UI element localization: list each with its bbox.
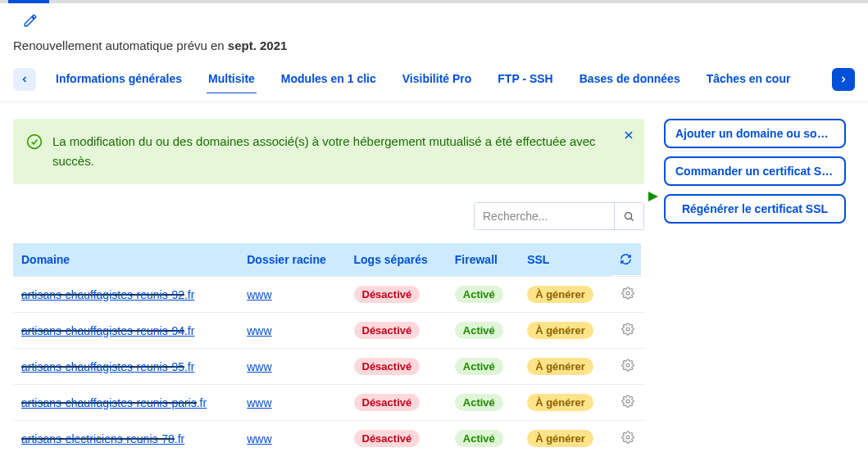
firewall-badge: Activé xyxy=(455,358,503,375)
left-column: La modification du ou des domaines assoc… xyxy=(13,119,644,456)
root-folder-link[interactable]: www xyxy=(247,396,271,409)
svg-point-5 xyxy=(626,292,629,295)
gear-icon[interactable] xyxy=(621,433,634,446)
tab-6[interactable]: Tâches en cour xyxy=(705,66,793,93)
renewal-prefix: Renouvellement automatique prévu en xyxy=(13,38,228,52)
svg-line-4 xyxy=(631,218,634,220)
ssl-badge: À générer xyxy=(527,358,593,375)
table-row: artisans-chauffagistes-reunis-paris.frww… xyxy=(13,385,644,421)
header-firewall[interactable]: Firewall xyxy=(447,243,519,277)
logs-badge: Désactivé xyxy=(354,322,420,339)
svg-point-3 xyxy=(625,212,632,219)
domain-link[interactable]: artisans-chauffagistes-reunis-95.fr xyxy=(21,360,194,373)
content-row: La modification du ou des domaines assoc… xyxy=(0,102,868,456)
renewal-date: sept. 2021 xyxy=(228,38,288,52)
right-column: Ajouter un domaine ou sous … Commander u… xyxy=(664,119,855,224)
root-folder-link[interactable]: www xyxy=(247,288,271,301)
ssl-badge: À générer xyxy=(527,286,593,303)
gear-icon[interactable] xyxy=(621,289,634,302)
logs-badge: Désactivé xyxy=(354,430,420,447)
tab-5[interactable]: Bases de données xyxy=(578,66,682,93)
tabs-list: Informations généralesMultisiteModules e… xyxy=(44,66,824,93)
gear-icon[interactable] xyxy=(621,325,634,338)
header-root[interactable]: Dossier racine xyxy=(239,243,345,277)
tabs-row: Informations généralesMultisiteModules e… xyxy=(0,62,868,102)
close-icon[interactable] xyxy=(623,127,634,147)
search-box xyxy=(474,202,644,230)
root-folder-link[interactable]: www xyxy=(247,432,271,445)
regen-ssl-button[interactable]: Régénérer le certificat SSL xyxy=(664,194,846,224)
add-domain-button[interactable]: Ajouter un domaine ou sous … xyxy=(664,119,846,148)
header-logs[interactable]: Logs séparés xyxy=(346,243,447,277)
tab-3[interactable]: Visibilité Pro xyxy=(401,66,474,93)
tab-0[interactable]: Informations générales xyxy=(54,66,184,93)
domain-link[interactable]: artisans-chauffagistes-reunis-paris.fr xyxy=(21,396,207,409)
gear-icon[interactable] xyxy=(621,361,634,374)
ssl-badge: À générer xyxy=(527,430,593,447)
logs-badge: Désactivé xyxy=(354,286,420,303)
top-accent-bar xyxy=(0,0,868,3)
edit-row xyxy=(0,3,868,34)
table-row: artisans-chauffagistes-reunis-95.frwwwDé… xyxy=(13,349,644,385)
success-alert: La modification du ou des domaines assoc… xyxy=(13,119,644,184)
search-row xyxy=(13,202,644,230)
tab-1[interactable]: Multisite xyxy=(207,66,257,93)
header-refresh[interactable] xyxy=(611,243,641,275)
search-button[interactable] xyxy=(614,203,643,229)
search-input[interactable] xyxy=(475,203,614,229)
logs-badge: Désactivé xyxy=(354,394,420,411)
gear-icon[interactable] xyxy=(621,397,634,410)
svg-point-8 xyxy=(626,400,629,403)
header-ssl[interactable]: SSL xyxy=(519,243,611,277)
domain-link[interactable]: artisans-chauffagistes-reunis-94.fr xyxy=(21,324,194,337)
svg-point-6 xyxy=(626,328,629,331)
domain-link[interactable]: artisans-chauffagistes-reunis-92.fr xyxy=(21,288,194,301)
svg-point-7 xyxy=(626,364,629,367)
firewall-badge: Activé xyxy=(455,394,503,411)
highlight-arrow-icon xyxy=(646,189,661,206)
check-circle-icon xyxy=(26,133,43,156)
domains-table: Domaine Dossier racine Logs séparés Fire… xyxy=(13,243,644,456)
table-body: artisans-chauffagistes-reunis-92.frwwwDé… xyxy=(13,277,644,457)
table-row: artisans-electriciens-reunis-78.frwwwDés… xyxy=(13,421,644,457)
ssl-badge: À générer xyxy=(527,394,593,411)
root-folder-link[interactable]: www xyxy=(247,360,271,373)
table-row: artisans-chauffagistes-reunis-94.frwwwDé… xyxy=(13,313,644,349)
tabs-prev-button[interactable] xyxy=(13,68,36,91)
ssl-badge: À générer xyxy=(527,322,593,339)
table-row: artisans-chauffagistes-reunis-92.frwwwDé… xyxy=(13,277,644,313)
tab-2[interactable]: Modules en 1 clic xyxy=(279,66,378,93)
tab-4[interactable]: FTP - SSH xyxy=(496,66,554,93)
firewall-badge: Activé xyxy=(455,430,503,447)
svg-point-0 xyxy=(28,135,42,149)
root-folder-link[interactable]: www xyxy=(247,324,271,337)
firewall-badge: Activé xyxy=(455,286,503,303)
table-header-row: Domaine Dossier racine Logs séparés Fire… xyxy=(13,243,644,277)
logs-badge: Désactivé xyxy=(354,358,420,375)
firewall-badge: Activé xyxy=(455,322,503,339)
alert-message: La modification du ou des domaines assoc… xyxy=(52,132,611,171)
svg-marker-10 xyxy=(648,192,658,201)
header-domain[interactable]: Domaine xyxy=(13,243,239,277)
tabs-next-button[interactable] xyxy=(832,68,855,91)
domain-link[interactable]: artisans-electriciens-reunis-78.fr xyxy=(21,432,184,445)
renewal-subtitle: Renouvellement automatique prévu en sept… xyxy=(0,34,868,62)
edit-icon[interactable] xyxy=(23,17,38,30)
svg-point-9 xyxy=(626,436,629,439)
order-ssl-button[interactable]: Commander un certificat SSL xyxy=(664,156,846,186)
